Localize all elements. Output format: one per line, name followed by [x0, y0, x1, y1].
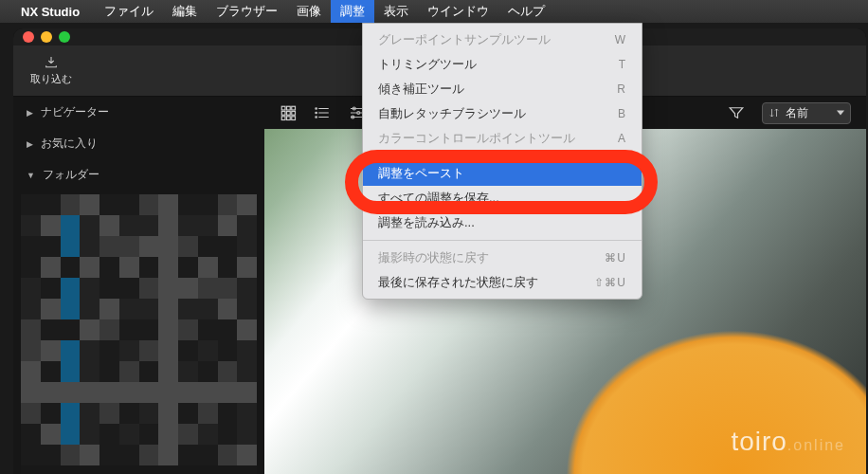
menu-item-load-adjustments[interactable]: 調整を読み込み... — [363, 210, 642, 235]
chevron-down-icon: ▼ — [27, 171, 35, 180]
sort-dropdown-label: 名前 — [786, 105, 808, 121]
watermark: toiro.online — [731, 427, 845, 457]
sort-dropdown[interactable]: 名前 — [762, 102, 851, 124]
menu-edit[interactable]: 編集 — [163, 0, 207, 23]
menu-adjust[interactable]: 調整 — [331, 0, 374, 23]
menu-help[interactable]: ヘルプ — [498, 0, 554, 23]
sidebar-item-label: ナビゲーター — [41, 104, 109, 120]
menu-window[interactable]: ウインドウ — [418, 0, 498, 23]
sidebar-item-favorites[interactable]: ▶ お気に入り — [13, 128, 264, 159]
menu-item-retouch-brush[interactable]: 自動レタッチブラシツールB — [363, 101, 642, 126]
folder-tree[interactable] — [21, 194, 257, 474]
window-maximize-button[interactable] — [59, 31, 70, 43]
grid-view-icon[interactable] — [280, 104, 297, 121]
menu-view[interactable]: 表示 — [374, 0, 418, 23]
menu-item-save-all-adjustments[interactable]: すべての調整を保存... — [363, 186, 642, 210]
menu-file[interactable]: ファイル — [95, 0, 163, 23]
filter-icon[interactable] — [728, 104, 745, 121]
menu-item-revert-to-shot: 撮影時の状態に戻す⌘U — [363, 246, 642, 270]
sidebar-item-label: フォルダー — [43, 167, 99, 183]
menu-item-color-control-point: カラーコントロールポイントツールA — [363, 126, 642, 151]
svg-rect-7 — [287, 117, 291, 120]
svg-rect-0 — [281, 106, 285, 110]
menu-item-grey-point: グレーポイントサンプルツールW — [363, 27, 642, 52]
sidebar: ▶ ナビゲーター ▶ お気に入り ▼ フォルダー — [13, 97, 264, 474]
svg-point-13 — [316, 112, 317, 114]
svg-point-12 — [316, 108, 317, 110]
app-name[interactable]: NX Studio — [21, 5, 80, 19]
sort-icon — [769, 107, 780, 118]
svg-point-14 — [316, 117, 317, 118]
sidebar-item-navigator[interactable]: ▶ ナビゲーター — [13, 97, 264, 128]
adjust-dropdown-menu: グレーポイントサンプルツールW トリミングツールT 傾き補正ツールR 自動レタッ… — [362, 23, 642, 300]
svg-rect-6 — [281, 117, 285, 120]
menu-item-straighten-tool[interactable]: 傾き補正ツールR — [363, 77, 642, 101]
menu-item-paste-adjustments[interactable]: 調整をペースト — [363, 161, 642, 186]
menu-image[interactable]: 画像 — [287, 0, 331, 23]
window-minimize-button[interactable] — [41, 31, 52, 43]
menu-browser[interactable]: ブラウザー — [207, 0, 287, 23]
svg-rect-5 — [292, 112, 296, 116]
menu-item-revert-to-last-saved[interactable]: 最後に保存された状態に戻す⇧⌘U — [363, 270, 642, 295]
svg-rect-8 — [292, 117, 296, 120]
sidebar-item-label: お気に入り — [41, 136, 98, 152]
list-view-icon[interactable] — [314, 104, 331, 121]
import-button[interactable]: 取り込む — [30, 55, 72, 86]
svg-rect-1 — [287, 106, 291, 110]
menu-separator — [363, 240, 642, 241]
svg-rect-4 — [287, 112, 291, 116]
import-button-label: 取り込む — [30, 72, 72, 86]
chevron-right-icon: ▶ — [27, 108, 33, 118]
menu-separator — [363, 155, 642, 156]
svg-rect-3 — [281, 112, 285, 116]
macos-menubar: NX Studio ファイル 編集 ブラウザー 画像 調整 表示 ウインドウ ヘ… — [0, 0, 868, 23]
sidebar-item-folders[interactable]: ▼ フォルダー — [13, 159, 264, 191]
menu-item-crop-tool[interactable]: トリミングツールT — [363, 52, 642, 77]
chevron-right-icon: ▶ — [27, 139, 33, 149]
window-close-button[interactable] — [23, 31, 34, 43]
svg-rect-2 — [292, 106, 296, 110]
import-icon — [44, 55, 59, 70]
